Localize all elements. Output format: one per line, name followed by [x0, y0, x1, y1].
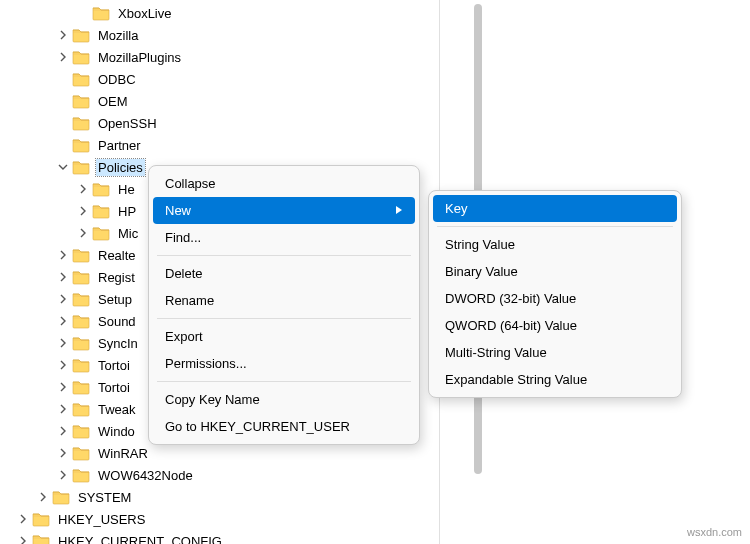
submenu-multi-string-value[interactable]: Multi-String Value	[429, 339, 681, 366]
folder-icon	[72, 356, 90, 374]
chevron-right-icon[interactable]	[56, 292, 70, 306]
folder-icon	[72, 290, 90, 308]
chevron-right-icon[interactable]	[56, 248, 70, 262]
tree-item[interactable]: ODBC	[0, 68, 439, 90]
chevron-placeholder	[56, 94, 70, 108]
chevron-right-icon[interactable]	[16, 512, 30, 526]
folder-icon	[72, 400, 90, 418]
menu-collapse[interactable]: Collapse	[149, 170, 419, 197]
tree-item-label: Policies	[96, 159, 145, 176]
chevron-right-icon[interactable]	[56, 314, 70, 328]
menu-rename[interactable]: Rename	[149, 287, 419, 314]
folder-icon	[32, 510, 50, 528]
context-menu: Collapse New Find... Delete Rename Expor…	[148, 165, 420, 445]
folder-icon	[92, 224, 110, 242]
chevron-right-icon[interactable]	[56, 336, 70, 350]
menu-separator	[157, 318, 411, 319]
submenu-binary-value[interactable]: Binary Value	[429, 258, 681, 285]
tree-item-label: Tortoi	[96, 357, 132, 374]
folder-icon	[72, 246, 90, 264]
tree-item-label: Setup	[96, 291, 134, 308]
tree-item[interactable]: WOW6432Node	[0, 464, 439, 486]
menu-permissions[interactable]: Permissions...	[149, 350, 419, 377]
watermark: wsxdn.com	[687, 526, 742, 538]
tree-item[interactable]: OEM	[0, 90, 439, 112]
folder-icon	[72, 136, 90, 154]
tree-item-label: Sound	[96, 313, 138, 330]
chevron-right-icon[interactable]	[56, 50, 70, 64]
chevron-placeholder	[56, 72, 70, 86]
tree-item-label: OEM	[96, 93, 130, 110]
chevron-right-icon[interactable]	[56, 446, 70, 460]
chevron-right-icon[interactable]	[56, 270, 70, 284]
menu-separator	[157, 255, 411, 256]
tree-item[interactable]: MozillaPlugins	[0, 46, 439, 68]
tree-item-label: Windo	[96, 423, 137, 440]
tree-item-label: Partner	[96, 137, 143, 154]
new-submenu: Key String Value Binary Value DWORD (32-…	[428, 190, 682, 398]
tree-item[interactable]: SYSTEM	[0, 486, 439, 508]
tree-item-label: Realte	[96, 247, 138, 264]
menu-find[interactable]: Find...	[149, 224, 419, 251]
chevron-right-icon[interactable]	[36, 490, 50, 504]
tree-item-label: WinRAR	[96, 445, 150, 462]
folder-icon	[72, 466, 90, 484]
tree-item[interactable]: WinRAR	[0, 442, 439, 464]
menu-copy-key-name[interactable]: Copy Key Name	[149, 386, 419, 413]
tree-item[interactable]: Mozilla	[0, 24, 439, 46]
folder-icon	[52, 488, 70, 506]
menu-export[interactable]: Export	[149, 323, 419, 350]
folder-icon	[92, 4, 110, 22]
chevron-right-icon[interactable]	[76, 226, 90, 240]
tree-item-label: He	[116, 181, 137, 198]
tree-item-label: OpenSSH	[96, 115, 159, 132]
folder-icon	[72, 158, 90, 176]
menu-delete[interactable]: Delete	[149, 260, 419, 287]
submenu-arrow-icon	[395, 203, 403, 218]
tree-item-label: SyncIn	[96, 335, 140, 352]
tree-item[interactable]: HKEY_CURRENT_CONFIG	[0, 530, 439, 544]
menu-separator	[157, 381, 411, 382]
menu-new[interactable]: New	[153, 197, 415, 224]
tree-item-label: Regist	[96, 269, 137, 286]
submenu-key[interactable]: Key	[433, 195, 677, 222]
submenu-dword-value[interactable]: DWORD (32-bit) Value	[429, 285, 681, 312]
chevron-right-icon[interactable]	[16, 534, 30, 544]
tree-item[interactable]: XboxLive	[0, 2, 439, 24]
chevron-right-icon[interactable]	[56, 380, 70, 394]
chevron-right-icon[interactable]	[76, 182, 90, 196]
chevron-placeholder	[56, 116, 70, 130]
tree-item-label: Mic	[116, 225, 140, 242]
chevron-placeholder	[76, 6, 90, 20]
tree-item-label: HP	[116, 203, 138, 220]
folder-icon	[72, 92, 90, 110]
folder-icon	[92, 202, 110, 220]
folder-icon	[92, 180, 110, 198]
folder-icon	[72, 26, 90, 44]
folder-icon	[72, 444, 90, 462]
chevron-right-icon[interactable]	[56, 358, 70, 372]
chevron-right-icon[interactable]	[56, 402, 70, 416]
tree-item-label: SYSTEM	[76, 489, 133, 506]
tree-item[interactable]: HKEY_USERS	[0, 508, 439, 530]
tree-item[interactable]: OpenSSH	[0, 112, 439, 134]
folder-icon	[72, 268, 90, 286]
folder-icon	[72, 312, 90, 330]
chevron-right-icon[interactable]	[56, 424, 70, 438]
folder-icon	[72, 70, 90, 88]
submenu-string-value[interactable]: String Value	[429, 231, 681, 258]
chevron-right-icon[interactable]	[56, 28, 70, 42]
chevron-right-icon[interactable]	[76, 204, 90, 218]
tree-item-label: XboxLive	[116, 5, 173, 22]
submenu-expandable-string-value[interactable]: Expandable String Value	[429, 366, 681, 393]
tree-item-label: Tortoi	[96, 379, 132, 396]
folder-icon	[72, 378, 90, 396]
chevron-right-icon[interactable]	[56, 468, 70, 482]
folder-icon	[72, 334, 90, 352]
chevron-down-icon[interactable]	[56, 160, 70, 174]
folder-icon	[32, 532, 50, 544]
submenu-qword-value[interactable]: QWORD (64-bit) Value	[429, 312, 681, 339]
tree-item-label: MozillaPlugins	[96, 49, 183, 66]
menu-go-to-hkcu[interactable]: Go to HKEY_CURRENT_USER	[149, 413, 419, 440]
tree-item[interactable]: Partner	[0, 134, 439, 156]
